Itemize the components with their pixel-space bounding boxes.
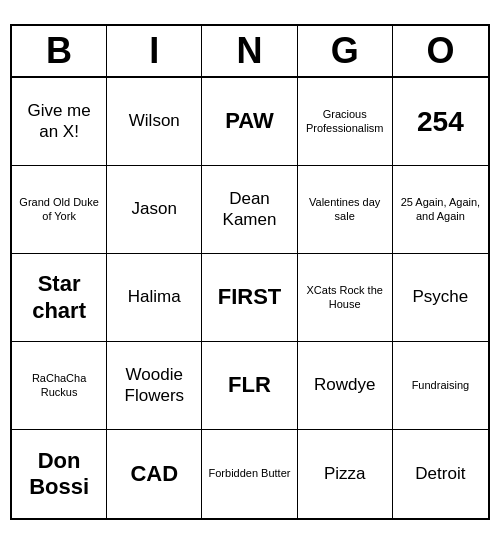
bingo-cell: CAD xyxy=(107,430,202,518)
cell-text: 254 xyxy=(417,105,464,139)
header-letter: I xyxy=(107,26,202,76)
cell-text: Give me an X! xyxy=(16,101,102,142)
bingo-cell: XCats Rock the House xyxy=(298,254,393,342)
cell-text: Psyche xyxy=(413,287,469,307)
bingo-header: BINGO xyxy=(12,26,488,78)
cell-text: Valentines day sale xyxy=(302,196,388,222)
bingo-cell: Don Bossi xyxy=(12,430,107,518)
bingo-cell: RaChaCha Ruckus xyxy=(12,342,107,430)
cell-text: CAD xyxy=(130,461,178,487)
cell-text: Rowdye xyxy=(314,375,375,395)
cell-text: Star chart xyxy=(16,271,102,324)
cell-text: Jason xyxy=(132,199,177,219)
bingo-cell: Gracious Professionalism xyxy=(298,78,393,166)
cell-text: FLR xyxy=(228,372,271,398)
bingo-cell: Woodie Flowers xyxy=(107,342,202,430)
header-letter: N xyxy=(202,26,297,76)
cell-text: 25 Again, Again, and Again xyxy=(397,196,484,222)
cell-text: Wilson xyxy=(129,111,180,131)
bingo-cell: Grand Old Duke of York xyxy=(12,166,107,254)
bingo-grid: Give me an X!WilsonPAWGracious Professio… xyxy=(12,78,488,518)
bingo-cell: Detroit xyxy=(393,430,488,518)
cell-text: PAW xyxy=(225,108,273,134)
bingo-cell: Psyche xyxy=(393,254,488,342)
bingo-cell: Rowdye xyxy=(298,342,393,430)
cell-text: Halima xyxy=(128,287,181,307)
bingo-cell: Jason xyxy=(107,166,202,254)
bingo-card: BINGO Give me an X!WilsonPAWGracious Pro… xyxy=(10,24,490,520)
cell-text: RaChaCha Ruckus xyxy=(16,372,102,398)
bingo-cell: Pizza xyxy=(298,430,393,518)
header-letter: G xyxy=(298,26,393,76)
cell-text: FIRST xyxy=(218,284,282,310)
header-letter: O xyxy=(393,26,488,76)
cell-text: Don Bossi xyxy=(16,448,102,501)
cell-text: Grand Old Duke of York xyxy=(16,196,102,222)
cell-text: Dean Kamen xyxy=(206,189,292,230)
cell-text: Detroit xyxy=(415,464,465,484)
bingo-cell: FIRST xyxy=(202,254,297,342)
bingo-cell: Forbidden Butter xyxy=(202,430,297,518)
bingo-cell: FLR xyxy=(202,342,297,430)
bingo-cell: Fundraising xyxy=(393,342,488,430)
header-letter: B xyxy=(12,26,107,76)
bingo-cell: Dean Kamen xyxy=(202,166,297,254)
bingo-cell: Star chart xyxy=(12,254,107,342)
cell-text: Woodie Flowers xyxy=(111,365,197,406)
bingo-cell: 254 xyxy=(393,78,488,166)
bingo-cell: Valentines day sale xyxy=(298,166,393,254)
bingo-cell: Wilson xyxy=(107,78,202,166)
cell-text: Gracious Professionalism xyxy=(302,108,388,134)
cell-text: Pizza xyxy=(324,464,366,484)
bingo-cell: PAW xyxy=(202,78,297,166)
bingo-cell: 25 Again, Again, and Again xyxy=(393,166,488,254)
bingo-cell: Give me an X! xyxy=(12,78,107,166)
bingo-cell: Halima xyxy=(107,254,202,342)
cell-text: Fundraising xyxy=(412,379,469,392)
cell-text: XCats Rock the House xyxy=(302,284,388,310)
cell-text: Forbidden Butter xyxy=(209,467,291,480)
